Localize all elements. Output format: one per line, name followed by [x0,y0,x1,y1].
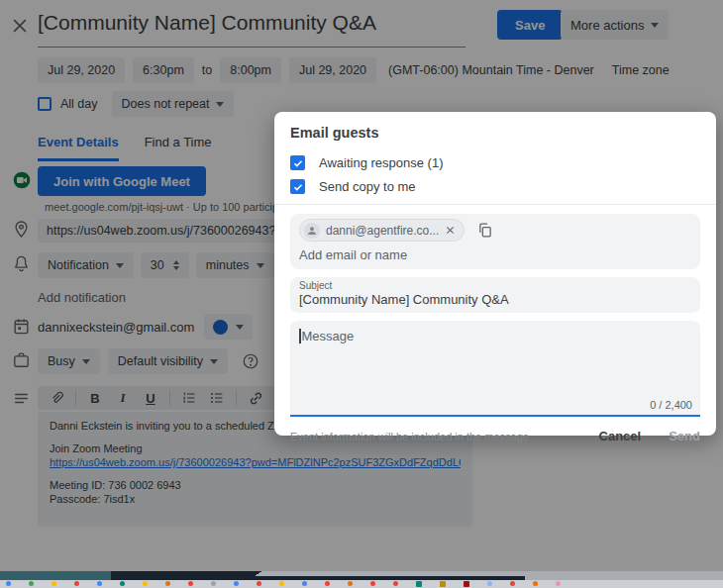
bookmark-favicon[interactable] [97,581,102,586]
bookmark-favicon[interactable] [416,581,422,587]
bookmarks-bar [0,580,723,588]
send-copy-checkbox-row[interactable]: Send copy to me [290,179,700,194]
bookmark-favicon[interactable] [370,581,375,586]
bookmark-favicon[interactable] [279,581,284,586]
subject-field[interactable]: Subject [Community Name] Community Q&A [290,277,700,313]
bookmark-favicon[interactable] [143,581,148,586]
dialog-title: Email guests [290,125,700,141]
send-copy-label: Send copy to me [319,179,416,194]
dialog-footer: Event information will be included in th… [290,429,700,443]
copy-guest-list-icon[interactable] [476,222,493,239]
cancel-button[interactable]: Cancel [599,429,642,443]
bookmark-favicon[interactable] [29,581,34,586]
bookmark-favicon[interactable] [556,581,561,586]
guest-chip-label: danni@agentfire.co... [326,224,439,238]
awaiting-response-label: Awaiting response (1) [319,155,444,170]
bookmark-favicon[interactable] [257,581,261,586]
recipients-field[interactable]: danni@agentfire.co... Add email or name [290,214,700,269]
bookmark-favicon[interactable] [74,581,79,586]
bookmark-favicon[interactable] [510,581,515,586]
bookmark-favicon[interactable] [393,581,398,586]
person-avatar-icon [304,223,320,239]
checked-checkbox-icon[interactable] [290,179,305,194]
remove-guest-icon[interactable] [445,225,456,236]
add-email-input[interactable]: Add email or name [299,247,691,262]
dialog-divider [274,204,716,205]
browser-tab-shape[interactable] [111,571,250,580]
bookmark-favicon[interactable] [440,581,446,587]
bookmark-favicon[interactable] [120,581,125,586]
bookmark-favicon[interactable] [188,581,193,586]
bookmark-favicon[interactable] [302,581,307,586]
subject-input[interactable]: [Community Name] Community Q&A [299,292,691,307]
bookmark-favicon[interactable] [6,581,11,586]
checked-checkbox-icon[interactable] [290,155,305,170]
bookmark-favicon[interactable] [211,581,216,586]
background-window-edge [0,571,723,588]
bookmark-favicon[interactable] [464,581,469,587]
bookmark-favicon[interactable] [348,581,353,586]
window-tab-strip-teal [0,571,111,580]
bookmark-favicon[interactable] [234,581,239,586]
awaiting-response-checkbox-row[interactable]: Awaiting response (1) [290,155,700,170]
bookmark-favicon[interactable] [165,581,170,586]
guest-chip[interactable]: danni@agentfire.co... [299,219,465,242]
bookmark-favicon[interactable] [487,581,492,586]
message-field[interactable]: Message 0 / 2,400 [290,321,700,417]
message-placeholder: Message [302,329,355,343]
google-calendar-event-editor: [Community Name] Community Q&A Save More… [0,0,723,588]
character-counter: 0 / 2,400 [650,399,692,411]
text-cursor [299,329,301,343]
bookmark-favicon[interactable] [52,581,56,586]
footer-note: Event information will be included in th… [290,431,529,442]
bookmark-favicon[interactable] [325,581,330,586]
subject-label: Subject [299,280,691,291]
bookmark-favicon[interactable] [533,581,538,586]
send-button[interactable]: Send [669,429,700,443]
email-guests-dialog: Email guests Awaiting response (1) Send … [274,112,716,436]
